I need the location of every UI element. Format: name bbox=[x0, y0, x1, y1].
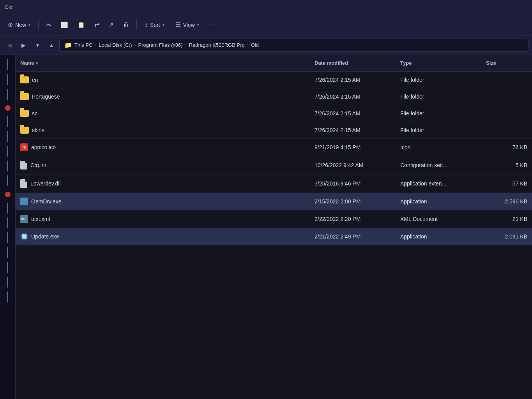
folder-icon bbox=[20, 76, 29, 83]
file-size: 2,596 KB bbox=[505, 198, 527, 205]
folder-icon bbox=[20, 127, 29, 134]
file-type-cell: File folder bbox=[396, 72, 481, 87]
more-options-button[interactable]: ··· bbox=[205, 19, 221, 31]
file-date: 10/26/2022 9:42 AM bbox=[315, 162, 363, 168]
exe-icon bbox=[20, 198, 28, 205]
new-button[interactable]: ⊕ New ▾ bbox=[3, 19, 35, 31]
file-icon bbox=[20, 161, 27, 169]
file-type-cell: Application bbox=[396, 194, 481, 209]
address-localdisk: Local Disk (C:) bbox=[99, 42, 132, 48]
sidebar-indicator-14 bbox=[7, 277, 8, 288]
file-name: Cfg.ini bbox=[30, 162, 46, 168]
col-header-name[interactable]: Name ∧ bbox=[16, 58, 310, 68]
file-name-cell: Portuguese bbox=[16, 89, 310, 104]
file-name: Lowerdev.dll bbox=[30, 180, 61, 187]
delete-button[interactable]: 🗑 bbox=[119, 19, 133, 31]
sidebar-indicator-5 bbox=[7, 131, 8, 142]
col-header-date[interactable]: Date modified bbox=[310, 58, 396, 68]
file-type-cell: Application exten... bbox=[396, 175, 481, 192]
sort-label: Sort bbox=[150, 22, 160, 28]
left-sidebar bbox=[0, 55, 16, 399]
sidebar-indicator-15 bbox=[7, 291, 8, 302]
xml-icon: XML bbox=[20, 215, 28, 223]
file-date-cell: 9/21/2019 4:15 PM bbox=[310, 139, 396, 155]
file-size-cell: 2,596 KB bbox=[481, 194, 532, 209]
file-name-cell: 🎨 appico.ico bbox=[16, 139, 310, 155]
file-size-cell: 5 KB bbox=[481, 157, 532, 173]
col-header-size[interactable]: Size bbox=[481, 58, 532, 68]
table-row[interactable]: 🔄 Update.exe 2/21/2022 2:49 PM Applicati… bbox=[16, 228, 532, 245]
file-size-cell bbox=[481, 72, 532, 87]
sort-button[interactable]: ↕ Sort ▾ bbox=[140, 19, 169, 31]
table-row[interactable]: skins 7/26/2024 2:15 AM File folder bbox=[16, 122, 532, 139]
file-date-cell: 2/15/2022 2:00 PM bbox=[310, 194, 396, 209]
file-type: File folder bbox=[400, 127, 424, 133]
file-size: 5 KB bbox=[516, 162, 527, 168]
forward-button[interactable]: ▶ bbox=[17, 39, 30, 51]
ico-icon: 🎨 bbox=[20, 143, 28, 151]
paste-icon: 📋 bbox=[78, 21, 85, 28]
address-path[interactable]: 📁 This PC › Local Disk (C:) › Program Fi… bbox=[59, 39, 529, 52]
separator-1 bbox=[38, 19, 39, 30]
file-name-cell: Lowerdev.dll bbox=[16, 175, 310, 192]
file-name-cell: en bbox=[16, 72, 310, 87]
sidebar-indicator-2 bbox=[7, 74, 8, 85]
new-chevron-icon: ▾ bbox=[28, 23, 30, 27]
file-type: Icon bbox=[400, 144, 410, 150]
up-button[interactable]: ▲ bbox=[45, 39, 58, 51]
file-type: Application exten... bbox=[400, 180, 446, 187]
table-row[interactable]: XML text.xml 2/22/2022 2:20 PM XML Docum… bbox=[16, 210, 532, 228]
file-date: 7/26/2024 2:15 AM bbox=[315, 110, 361, 117]
back-button[interactable]: ◀ bbox=[3, 39, 16, 51]
file-name-cell: 🔄 Update.exe bbox=[16, 229, 310, 244]
file-date: 7/26/2024 2:15 AM bbox=[315, 77, 361, 83]
move-to-button[interactable]: ⇄ bbox=[90, 19, 103, 31]
file-size: 21 KB bbox=[513, 216, 527, 222]
column-headers: Name ∧ Date modified Type Size bbox=[16, 55, 532, 72]
sidebar-red-dot-1 bbox=[5, 105, 11, 111]
file-name: appico.ico bbox=[31, 144, 56, 150]
new-label: New bbox=[15, 22, 26, 28]
file-type-cell: Application bbox=[396, 229, 481, 244]
file-size-cell: 57 KB bbox=[481, 175, 532, 192]
file-size-cell: 2,091 KB bbox=[481, 229, 532, 244]
table-row[interactable]: Lowerdev.dll 3/25/2016 9:46 PM Applicati… bbox=[16, 175, 532, 193]
sep-2: › bbox=[134, 42, 136, 48]
paste-button[interactable]: 📋 bbox=[74, 19, 89, 31]
separator-2 bbox=[136, 19, 137, 30]
sidebar-indicator-8 bbox=[7, 175, 8, 186]
share-button[interactable]: ↗ bbox=[105, 19, 118, 31]
delete-icon: 🗑 bbox=[123, 21, 129, 28]
file-date: 2/22/2022 2:20 PM bbox=[315, 216, 361, 222]
file-date: 3/25/2016 9:46 PM bbox=[315, 180, 361, 187]
folder-icon bbox=[20, 93, 29, 100]
address-redragon: Redragon K530RGB Pro bbox=[189, 42, 245, 48]
view-label: View bbox=[183, 22, 195, 28]
cut-button[interactable]: ✂ bbox=[42, 18, 55, 32]
sep-1: › bbox=[95, 42, 96, 48]
window-title: Old bbox=[5, 4, 12, 10]
table-row[interactable]: Cfg.ini 10/26/2022 9:42 AM Configuration… bbox=[16, 156, 532, 175]
copy-icon: ⬜ bbox=[61, 21, 68, 28]
file-type: File folder bbox=[400, 77, 424, 83]
file-type-cell: File folder bbox=[396, 123, 481, 138]
folder-icon bbox=[20, 110, 29, 117]
file-size-cell bbox=[481, 106, 532, 121]
new-icon: ⊕ bbox=[8, 21, 13, 28]
move-icon: ⇄ bbox=[94, 21, 99, 28]
table-row[interactable]: sc 7/26/2024 2:15 AM File folder bbox=[16, 105, 532, 122]
file-date-cell: 7/26/2024 2:15 AM bbox=[310, 106, 396, 121]
address-folder-icon: 📁 bbox=[64, 41, 72, 49]
table-row[interactable]: OemDrv.exe 2/15/2022 2:00 PM Application… bbox=[16, 193, 532, 210]
copy-button[interactable]: ⬜ bbox=[57, 19, 72, 31]
recent-button[interactable]: ▾ bbox=[31, 39, 44, 51]
toolbar: ⊕ New ▾ ✂ ⬜ 📋 ⇄ ↗ 🗑 ↕ Sort ▾ ☰ View ▾ ··… bbox=[0, 14, 532, 36]
table-row[interactable]: Portuguese 7/26/2024 2:15 AM File folder bbox=[16, 88, 532, 105]
col-header-type[interactable]: Type bbox=[396, 58, 481, 68]
sidebar-indicator-12 bbox=[7, 247, 8, 258]
table-row[interactable]: 🎨 appico.ico 9/21/2019 4:15 PM Icon 76 K… bbox=[16, 139, 532, 156]
file-type: File folder bbox=[400, 94, 424, 100]
table-row[interactable]: en 7/26/2024 2:15 AM File folder bbox=[16, 72, 532, 88]
view-button[interactable]: ☰ View ▾ bbox=[171, 19, 204, 31]
file-size-cell bbox=[481, 123, 532, 138]
